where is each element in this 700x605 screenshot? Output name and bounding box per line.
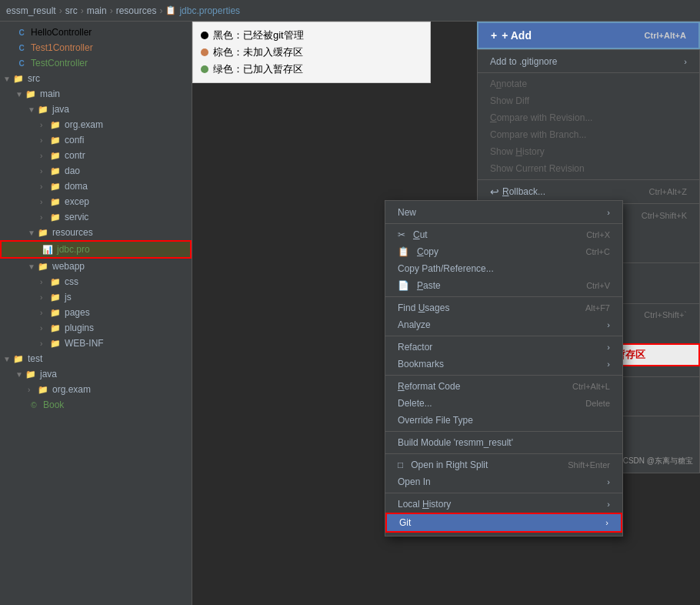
ctx-menu-local-history[interactable]: Local History › bbox=[385, 496, 622, 513]
tree-label-test-java: java bbox=[40, 369, 57, 379]
folder-icon-servic: 📁 bbox=[49, 211, 62, 223]
tree-item-js[interactable]: › 📁 js bbox=[0, 289, 192, 305]
arrow-resources: ▼ bbox=[28, 229, 37, 237]
arrow-new: › bbox=[607, 208, 610, 217]
git-menu-add-gitignore[interactable]: Add to .gitignore › bbox=[478, 53, 699, 70]
folder-icon-test-org: 📁 bbox=[37, 383, 49, 396]
new-label: New bbox=[398, 207, 416, 218]
ctx-menu-refactor[interactable]: Refactor › bbox=[385, 339, 622, 356]
tree-item-webapp[interactable]: ▼ 📁 webapp bbox=[0, 259, 192, 274]
ctx-menu-find-usages[interactable]: Find Usages Alt+F7 bbox=[385, 299, 622, 316]
ctx-menu-delete[interactable]: Delete... Delete bbox=[385, 395, 622, 412]
ctx-menu-open-right-split[interactable]: □ Open in Right Split Shift+Enter bbox=[385, 456, 622, 473]
git-menu-annotate: Annotate bbox=[478, 75, 699, 92]
ctx-sep-2 bbox=[385, 336, 622, 336]
arrow-webapp: ▼ bbox=[28, 262, 37, 271]
tree-label-css: css bbox=[65, 276, 78, 287]
push-shortcut: Ctrl+Shift+K bbox=[642, 211, 687, 220]
breadcrumb-item-0[interactable]: essm_result bbox=[6, 5, 56, 16]
tree-item-confi[interactable]: › 📁 confi bbox=[0, 132, 192, 148]
folder-icon-test: 📁 bbox=[12, 353, 25, 365]
git-menu-label-current-revision: Show Current Revision bbox=[490, 163, 585, 174]
tree-item-doma[interactable]: › 📁 doma bbox=[0, 179, 192, 194]
ctx-sep-4 bbox=[385, 431, 622, 432]
tree-item-hello-controller[interactable]: C HelloController bbox=[0, 25, 192, 40]
tree-item-css[interactable]: › 📁 css bbox=[0, 274, 192, 289]
tree-item-book[interactable]: © Book bbox=[0, 397, 192, 413]
ctx-menu-paste[interactable]: 📄 Paste Ctrl+V bbox=[385, 277, 622, 294]
tree-label-plugins: plugins bbox=[65, 323, 94, 333]
tree-item-resources[interactable]: ▼ 📁 resources bbox=[0, 225, 192, 240]
ctx-menu-copy-path[interactable]: Copy Path/Reference... bbox=[385, 260, 622, 277]
git-menu-compare-branch: Compare with Branch... bbox=[478, 126, 699, 143]
ctx-menu-new[interactable]: New › bbox=[385, 204, 622, 221]
ctx-menu-open-in[interactable]: Open In › bbox=[385, 473, 622, 490]
tree-item-servic[interactable]: › 📁 servic bbox=[0, 209, 192, 225]
tree-label-confi: confi bbox=[65, 135, 84, 145]
branches-shortcut: Ctrl+Shift+` bbox=[644, 310, 687, 319]
arrow-src: ▼ bbox=[3, 75, 12, 83]
tree-item-test-java[interactable]: ▼ 📁 java bbox=[0, 366, 192, 382]
ctx-menu-bookmarks[interactable]: Bookmarks › bbox=[385, 356, 622, 373]
git-menu-rollback[interactable]: ↩ Rollback... Ctrl+Alt+Z bbox=[478, 182, 699, 201]
tree-item-test1-controller[interactable]: C Test1Controller bbox=[0, 40, 192, 55]
arrow-dao: › bbox=[40, 167, 49, 175]
tree-label-test1: Test1Controller bbox=[31, 42, 93, 53]
arrow-org: › bbox=[40, 121, 49, 129]
arrow-servic: › bbox=[40, 213, 49, 222]
rollback-icon: ↩ bbox=[490, 186, 499, 198]
tree-item-plugins[interactable]: › 📁 plugins bbox=[0, 320, 192, 336]
tree-item-org-exam[interactable]: › 📁 org.exam bbox=[0, 117, 192, 132]
breadcrumb-item-4[interactable]: jdbc.properties bbox=[179, 5, 240, 16]
breadcrumb-item-2[interactable]: main bbox=[87, 5, 107, 16]
tree-item-webinf[interactable]: › 📁 WEB-INF bbox=[0, 336, 192, 351]
tree-item-contr[interactable]: › 📁 contr bbox=[0, 148, 192, 163]
arrow-contr: › bbox=[40, 152, 49, 160]
git-menu-show-current-revision: Show Current Revision bbox=[478, 160, 699, 177]
folder-icon-plugins: 📁 bbox=[49, 322, 62, 334]
breadcrumb-item-1[interactable]: src bbox=[65, 5, 78, 16]
tree-item-java[interactable]: ▼ 📁 java bbox=[0, 102, 192, 117]
open-split-icon: □ bbox=[398, 460, 403, 470]
tree-label-test-org: org.exam bbox=[52, 384, 91, 395]
tree-item-src[interactable]: ▼ 📁 src bbox=[0, 71, 192, 86]
ann-black-label: 黑色：已经被git管理 bbox=[213, 27, 304, 44]
breadcrumb-item-3[interactable]: resources bbox=[116, 5, 157, 16]
tree-item-test[interactable]: ▼ 📁 test bbox=[0, 351, 192, 366]
ctx-menu-analyze[interactable]: Analyze › bbox=[385, 316, 622, 333]
ctx-menu-cut[interactable]: ✂ Cut Ctrl+X bbox=[385, 226, 622, 243]
git-menu-label-compare-revision: Compare with Revision... bbox=[490, 112, 592, 123]
ctx-sep-6 bbox=[385, 493, 622, 493]
arrow-bookmarks: › bbox=[607, 359, 610, 369]
tree-item-test-org[interactable]: › 📁 org.exam bbox=[0, 382, 192, 397]
file-icon-jdbc: 📊 bbox=[42, 243, 54, 256]
tree-item-test-controller[interactable]: C TestController bbox=[0, 55, 192, 71]
add-button[interactable]: + + Add Ctrl+Alt+A bbox=[477, 22, 700, 49]
git-menu-label-rollback: ↩ Rollback... bbox=[490, 186, 545, 198]
tree-label-doma: doma bbox=[65, 181, 88, 192]
ctx-menu-git[interactable]: Git › bbox=[385, 513, 622, 533]
tree-label-js: js bbox=[65, 292, 72, 302]
tree-label-test: test bbox=[28, 353, 42, 364]
tree-item-dao[interactable]: › 📁 dao bbox=[0, 163, 192, 179]
file-icon-book: © bbox=[28, 399, 40, 411]
arrow-refactor: › bbox=[607, 343, 610, 352]
tree-item-pages[interactable]: › 📁 pages bbox=[0, 305, 192, 320]
ctx-menu-build-module[interactable]: Build Module 'resmm_result' bbox=[385, 434, 622, 451]
ctx-menu-copy[interactable]: 📋 Copy Ctrl+C bbox=[385, 243, 622, 260]
tree-item-excep[interactable]: › 📁 excep bbox=[0, 194, 192, 209]
ctx-menu-override-file-type[interactable]: Override File Type bbox=[385, 412, 622, 429]
ctx-menu-reformat[interactable]: Reformat Code Ctrl+Alt+L bbox=[385, 378, 622, 395]
arrow-local-history: › bbox=[607, 500, 610, 509]
breadcrumb-sep-0: › bbox=[59, 5, 62, 16]
build-label: Build Module 'resmm_result' bbox=[398, 437, 513, 448]
tree-item-jdbc-pro[interactable]: 📊 jdbc.pro bbox=[0, 240, 192, 259]
find-usages-shortcut: Alt+F7 bbox=[585, 303, 610, 313]
tree-label-java: java bbox=[52, 104, 69, 115]
class-icon-test1: C bbox=[15, 42, 28, 54]
tree-label-test: TestController bbox=[31, 58, 88, 69]
folder-icon-contr: 📁 bbox=[49, 149, 62, 162]
tree-item-main[interactable]: ▼ 📁 main bbox=[0, 86, 192, 102]
annotation-box: 黑色：已经被git管理 棕色：未加入缓存区 绿色：已加入暂存区 bbox=[192, 22, 431, 83]
breadcrumb-icon: 📋 bbox=[165, 5, 176, 15]
